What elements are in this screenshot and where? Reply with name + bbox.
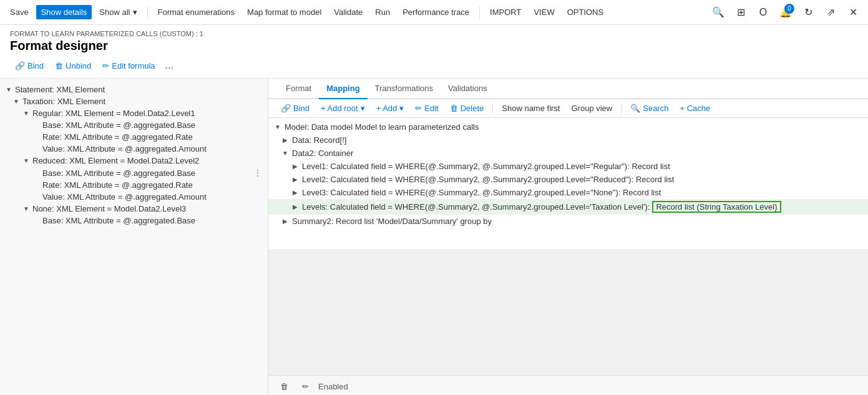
- mt-toggle-level3[interactable]: ▶: [291, 189, 300, 196]
- main-content: ▼Statement: XML Element▼Taxation: XML El…: [0, 79, 868, 395]
- tab-mapping[interactable]: Mapping: [319, 79, 367, 99]
- mt-label-model: Model: Data model Model to learn paramet…: [285, 122, 479, 132]
- page-header: FORMAT TO LEARN PARAMETERIZED CALLS (CUS…: [0, 25, 868, 79]
- more-button[interactable]: ...: [162, 58, 177, 73]
- right-panel: FormatMappingTransformationsValidations …: [268, 79, 868, 395]
- rt-group-view-button[interactable]: Group view: [566, 102, 617, 115]
- left-tree-item-red-base[interactable]: Base: XML Attribute = @.aggregated.Base⋮: [0, 167, 268, 179]
- mapping-item-model[interactable]: ▼Model: Data model Model to learn parame…: [268, 120, 868, 134]
- mt-toggle-model[interactable]: ▼: [273, 124, 282, 130]
- search-icon-button[interactable]: 🔍: [708, 2, 728, 22]
- mt-toggle-data2[interactable]: ▼: [281, 150, 290, 157]
- popout-button[interactable]: ⇗: [821, 2, 841, 22]
- top-toolbar: Save Show details Show all ▾ Format enum…: [0, 0, 868, 25]
- rt-edit-button[interactable]: ✏ Edit: [410, 102, 443, 115]
- close-button[interactable]: ✕: [843, 2, 863, 22]
- edit-status-button[interactable]: ✏: [297, 379, 313, 395]
- mapping-item-data2[interactable]: ▼Data2: Container: [268, 147, 868, 160]
- mt-toggle-level1[interactable]: ▶: [291, 163, 300, 170]
- left-tree-item-tax[interactable]: ▼Taxation: XML Element: [0, 95, 268, 107]
- mt-label-level1: Level1: Calculated field = WHERE(@.Summa…: [302, 162, 670, 171]
- import-button[interactable]: IMPORT: [485, 5, 526, 19]
- mapping-item-level1[interactable]: ▶Level1: Calculated field = WHERE(@.Summ…: [268, 160, 868, 173]
- rt-search-icon: 🔍: [630, 104, 640, 113]
- mapping-item-level3[interactable]: ▶Level3: Calculated field = WHERE(@.Summ…: [268, 186, 868, 199]
- tree-label-stmt: Statement: XML Element: [15, 85, 105, 94]
- rt-separator-1: [492, 103, 493, 114]
- left-tree-item-red[interactable]: ▼Reduced: XML Element = Model.Data2.Leve…: [0, 155, 268, 167]
- tab-validations[interactable]: Validations: [441, 79, 495, 99]
- chevron-down-icon-3: ▾: [399, 104, 404, 113]
- left-tree-item-red-val[interactable]: Value: XML Attribute = @.aggregated.Amou…: [0, 191, 268, 203]
- refresh-button[interactable]: ↻: [798, 2, 818, 22]
- left-tree-item-reg-base[interactable]: Base: XML Attribute = @.aggregated.Base: [0, 119, 268, 131]
- mapping-item-level2[interactable]: ▶Level2: Calculated field = WHERE(@.Summ…: [268, 173, 868, 186]
- run-button[interactable]: Run: [370, 5, 395, 19]
- rt-add-root-button[interactable]: + Add root ▾: [316, 102, 370, 115]
- tree-toggle-tax[interactable]: ▼: [12, 98, 20, 105]
- left-tree-item-none[interactable]: ▼None: XML Element = Model.Data2.Level3: [0, 203, 268, 215]
- mt-label-levels: Levels: Calculated field = WHERE(@.Summa…: [302, 202, 650, 212]
- mt-toggle-summary2[interactable]: ▶: [281, 218, 290, 225]
- left-tree-item-reg-rate[interactable]: Rate: XML Attribute = @.aggregated.Rate: [0, 131, 268, 143]
- left-tree-item-reg[interactable]: ▼Regular: XML Element = Model.Data2.Leve…: [0, 107, 268, 119]
- mt-toggle-levels[interactable]: ▶: [291, 203, 300, 210]
- left-tree-item-none-base[interactable]: Base: XML Attribute = @.aggregated.Base: [0, 215, 268, 227]
- context-menu-handle[interactable]: ⋮: [253, 168, 263, 178]
- mapping-item-summary2[interactable]: ▶Summary2: Record list 'Model/Data/Summa…: [268, 215, 868, 228]
- mt-label-data: Data: Record[!]: [292, 135, 346, 145]
- rt-search-button[interactable]: 🔍 Search: [625, 102, 673, 115]
- rt-cache-button[interactable]: + Cache: [675, 102, 715, 115]
- rt-delete-button[interactable]: 🗑 Delete: [445, 102, 489, 115]
- show-all-button[interactable]: Show all ▾: [94, 5, 142, 19]
- tab-format[interactable]: Format: [278, 79, 319, 99]
- options-button[interactable]: OPTIONS: [562, 5, 609, 19]
- tab-transformations[interactable]: Transformations: [368, 79, 441, 99]
- page-subtitle: FORMAT TO LEARN PARAMETERIZED CALLS (CUS…: [10, 30, 858, 37]
- left-tree-item-stmt[interactable]: ▼Statement: XML Element: [0, 84, 268, 95]
- mt-toggle-level2[interactable]: ▶: [291, 176, 300, 183]
- tree-label-reg-base: Base: XML Attribute = @.aggregated.Base: [42, 120, 195, 130]
- mapping-item-levels[interactable]: ▶Levels: Calculated field = WHERE(@.Summ…: [268, 199, 868, 215]
- view-button[interactable]: VIEW: [529, 5, 559, 19]
- save-button[interactable]: Save: [5, 5, 34, 19]
- chevron-down-icon: ▾: [133, 7, 137, 17]
- mt-label-data2: Data2: Container: [292, 149, 353, 158]
- delete-status-button[interactable]: 🗑: [276, 379, 292, 395]
- tree-toggle-reg[interactable]: ▼: [22, 110, 30, 117]
- mapping-item-data[interactable]: ▶Data: Record[!]: [268, 134, 868, 147]
- mt-label-summary2: Summary2: Record list 'Model/Data/Summar…: [292, 217, 492, 226]
- office-icon-button[interactable]: O: [753, 2, 773, 22]
- rt-add-button[interactable]: + Add ▾: [371, 102, 409, 115]
- tree-toggle-stmt[interactable]: ▼: [5, 86, 12, 93]
- link-icon: 🔗: [15, 61, 25, 71]
- bind-button[interactable]: 🔗 Bind: [10, 59, 49, 72]
- format-enumerations-button[interactable]: Format enumerations: [153, 5, 240, 19]
- left-panel: ▼Statement: XML Element▼Taxation: XML El…: [0, 79, 268, 395]
- map-format-button[interactable]: Map format to model: [242, 5, 326, 19]
- separator-2: [479, 6, 480, 19]
- performance-trace-button[interactable]: Performance trace: [397, 5, 474, 19]
- rt-show-name-first-button[interactable]: Show name first: [497, 102, 565, 115]
- edit-formula-button[interactable]: ✏ Edit formula: [97, 59, 160, 72]
- pencil-icon-bottom: ✏: [302, 382, 309, 391]
- separator-1: [147, 6, 148, 19]
- action-bar: 🔗 Bind 🗑 Unbind ✏ Edit formula ...: [10, 58, 858, 76]
- unbind-button[interactable]: 🗑 Unbind: [50, 59, 96, 72]
- tree-label-reg-val: Value: XML Attribute = @.aggregated.Amou…: [42, 144, 207, 154]
- show-all-label: Show all: [99, 7, 130, 17]
- tree-toggle-none[interactable]: ▼: [22, 205, 30, 212]
- tree-toggle-red[interactable]: ▼: [22, 157, 30, 164]
- left-tree-item-red-rate[interactable]: Rate: XML Attribute = @.aggregated.Rate: [0, 179, 268, 191]
- validate-button[interactable]: Validate: [329, 5, 368, 19]
- rt-separator-2: [621, 103, 622, 114]
- rt-bind-button[interactable]: 🔗 Bind: [276, 102, 315, 115]
- status-label: Enabled: [318, 382, 348, 391]
- mt-toggle-data[interactable]: ▶: [281, 137, 290, 144]
- grid-icon-button[interactable]: ⊞: [731, 2, 751, 22]
- rt-trash-icon: 🗑: [450, 104, 458, 113]
- left-tree-item-reg-val[interactable]: Value: XML Attribute = @.aggregated.Amou…: [0, 143, 268, 155]
- mt-suffix-levels: Record list (String Taxation Level): [652, 201, 781, 213]
- notification-wrapper: 🔔 0: [776, 2, 796, 22]
- show-details-button[interactable]: Show details: [36, 5, 92, 19]
